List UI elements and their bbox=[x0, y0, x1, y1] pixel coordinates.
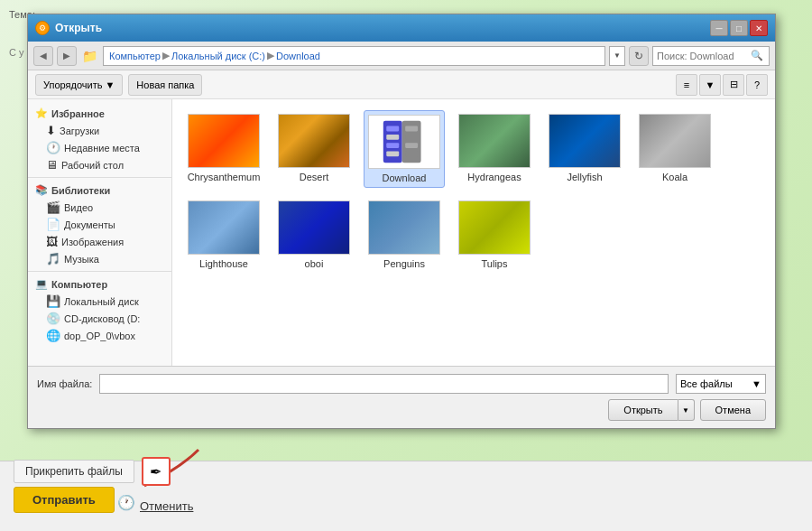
title-controls: ─ □ ✕ bbox=[710, 20, 768, 36]
file-label-koala: Koala bbox=[662, 172, 687, 182]
svg-rect-6 bbox=[405, 126, 418, 132]
help-button[interactable]: ? bbox=[746, 74, 768, 96]
svg-rect-3 bbox=[386, 135, 399, 140]
dialog-cancel-button[interactable]: Отмена bbox=[700, 399, 766, 421]
sidebar-item-local-disk[interactable]: 💾 Локальный диск bbox=[28, 293, 171, 310]
sidebar: ⭐ Избранное ⬇ Загрузки 🕐 Недавние места … bbox=[28, 99, 172, 366]
send-button[interactable]: Отправить bbox=[14, 487, 115, 513]
winrar-icon bbox=[369, 116, 439, 168]
organize-button[interactable]: Упорядочить ▼ bbox=[35, 74, 123, 96]
file-item-jellyfish[interactable]: Jellyfish bbox=[544, 110, 625, 188]
documents-icon: 📄 bbox=[46, 218, 60, 231]
open-btn-group: Открыть ▼ bbox=[608, 399, 694, 421]
file-item-hydrangeas[interactable]: Hydrangeas bbox=[454, 110, 535, 188]
page-bottom-bar: Прикрепить файлы ✒ Отправить 🕐 Отменить bbox=[0, 461, 812, 531]
file-item-desert[interactable]: Desert bbox=[273, 110, 355, 188]
filename-label: Имя файла: bbox=[37, 378, 92, 389]
file-item-tulips[interactable]: Tulips bbox=[454, 197, 535, 273]
clock-icon[interactable]: 🕐 bbox=[117, 494, 135, 511]
address-bar: ◀ ▶ 📁 Компьютер ▶ Локальный диск (С:) ▶ … bbox=[28, 42, 775, 70]
maximize-button[interactable]: □ bbox=[730, 20, 748, 36]
svg-rect-8 bbox=[405, 143, 418, 148]
filetype-dropdown[interactable]: Все файлы ▼ bbox=[676, 374, 766, 394]
computer-icon: 💻 bbox=[35, 278, 48, 290]
sidebar-divider-2 bbox=[28, 271, 171, 272]
dialog-title: Открыть bbox=[55, 22, 102, 34]
sidebar-item-video[interactable]: 🎬 Видео bbox=[28, 199, 171, 216]
search-icon[interactable]: 🔍 bbox=[751, 50, 763, 61]
sidebar-item-recent[interactable]: 🕐 Недавние места bbox=[28, 139, 171, 156]
minimize-button[interactable]: ─ bbox=[710, 20, 728, 36]
title-bar: ⚙ Открыть ─ □ ✕ bbox=[28, 14, 775, 42]
open-button[interactable]: Открыть bbox=[608, 399, 678, 421]
file-item-lighthouse[interactable]: Lighthouse bbox=[183, 197, 264, 273]
sidebar-item-desktop[interactable]: 🖥 Рабочий стол bbox=[28, 156, 171, 173]
new-folder-button[interactable]: Новая папка bbox=[128, 74, 202, 96]
file-grid: Chrysanthemum Desert bbox=[180, 107, 768, 276]
svg-rect-5 bbox=[386, 151, 399, 156]
view-detail-button[interactable]: ⊟ bbox=[723, 74, 744, 96]
paperclip-icon: ✒ bbox=[150, 463, 161, 480]
view-dropdown-button[interactable]: ▼ bbox=[699, 74, 721, 96]
search-input[interactable] bbox=[657, 51, 747, 61]
file-label-desert: Desert bbox=[300, 172, 328, 182]
paperclip-button[interactable]: ✒ bbox=[142, 457, 171, 486]
sidebar-section-favorites: ⭐ Избранное ⬇ Загрузки 🕐 Недавние места … bbox=[28, 105, 171, 173]
view-buttons: ≡ ▼ ⊟ ? bbox=[676, 74, 768, 96]
organize-label: Упорядочить bbox=[43, 79, 102, 90]
sidebar-item-music[interactable]: 🎵 Музыка bbox=[28, 250, 171, 267]
file-area[interactable]: Chrysanthemum Desert bbox=[172, 99, 775, 366]
music-icon: 🎵 bbox=[46, 252, 60, 266]
recent-icon: 🕐 bbox=[46, 141, 60, 154]
filename-input[interactable] bbox=[99, 374, 669, 394]
back-button[interactable]: ◀ bbox=[33, 46, 53, 66]
sidebar-item-downloads[interactable]: ⬇ Загрузки bbox=[28, 122, 171, 139]
file-item-download[interactable]: Download bbox=[364, 110, 445, 188]
file-thumb-oboi bbox=[278, 200, 350, 255]
local-disk-icon: 💾 bbox=[46, 294, 60, 308]
refresh-button[interactable]: ↻ bbox=[629, 46, 649, 66]
file-item-koala[interactable]: Koala bbox=[634, 110, 715, 188]
file-thumb-desert bbox=[278, 114, 350, 168]
sidebar-item-images[interactable]: 🖼 Изображения bbox=[28, 233, 171, 250]
svg-rect-2 bbox=[386, 126, 399, 132]
file-thumb-chrysanthemum bbox=[188, 114, 260, 168]
address-dropdown[interactable]: ▼ bbox=[609, 46, 625, 66]
svg-rect-9 bbox=[405, 151, 418, 156]
attach-label-row: Прикрепить файлы ✒ bbox=[14, 457, 171, 486]
sidebar-item-documents[interactable]: 📄 Документы bbox=[28, 216, 171, 233]
file-thumb-tulips bbox=[458, 200, 531, 255]
sidebar-header-favorites[interactable]: ⭐ Избранное bbox=[28, 105, 171, 122]
filetype-label: Все файлы bbox=[680, 378, 733, 389]
file-label-lighthouse: Lighthouse bbox=[199, 258, 248, 269]
view-list-button[interactable]: ≡ bbox=[676, 74, 697, 96]
sidebar-item-cd[interactable]: 💿 CD-дисковод (D: bbox=[28, 310, 171, 327]
forward-button[interactable]: ▶ bbox=[57, 46, 77, 66]
address-folder[interactable]: Download bbox=[276, 51, 320, 61]
attach-button[interactable]: Прикрепить файлы bbox=[14, 460, 134, 483]
sidebar-header-computer[interactable]: 💻 Компьютер bbox=[28, 275, 171, 293]
main-content: ⭐ Избранное ⬇ Загрузки 🕐 Недавние места … bbox=[28, 99, 775, 366]
new-folder-label: Новая папка bbox=[136, 79, 194, 90]
file-item-penguins[interactable]: Penguins bbox=[364, 197, 445, 273]
folder-icon: 📁 bbox=[82, 49, 97, 63]
svg-rect-7 bbox=[405, 135, 418, 140]
filename-row: Имя файла: Все файлы ▼ bbox=[37, 374, 766, 394]
search-box[interactable]: 🔍 bbox=[652, 46, 770, 66]
file-thumb-penguins bbox=[368, 200, 440, 255]
cancel-button[interactable]: Отменить bbox=[140, 499, 193, 513]
images-icon: 🖼 bbox=[46, 235, 58, 248]
filetype-arrow-icon: ▼ bbox=[752, 378, 761, 389]
sidebar-header-libraries[interactable]: 📚 Библиотеки bbox=[28, 182, 171, 199]
close-button[interactable]: ✕ bbox=[750, 20, 768, 36]
address-computer[interactable]: Компьютер bbox=[109, 51, 161, 61]
file-item-oboi[interactable]: oboi bbox=[273, 197, 355, 273]
sidebar-divider-1 bbox=[28, 177, 171, 178]
sidebar-section-computer: 💻 Компьютер 💾 Локальный диск 💿 CD-дисков… bbox=[28, 275, 171, 344]
address-path[interactable]: Компьютер ▶ Локальный диск (С:) ▶ Downlo… bbox=[103, 46, 605, 66]
sidebar-item-network[interactable]: 🌐 dop_OP_0\vbox bbox=[28, 327, 171, 344]
open-button-dropdown[interactable]: ▼ bbox=[678, 399, 695, 421]
file-item-chrysanthemum[interactable]: Chrysanthemum bbox=[183, 110, 264, 188]
address-disk[interactable]: Локальный диск (С:) bbox=[171, 51, 265, 61]
file-thumb-koala bbox=[639, 114, 711, 168]
